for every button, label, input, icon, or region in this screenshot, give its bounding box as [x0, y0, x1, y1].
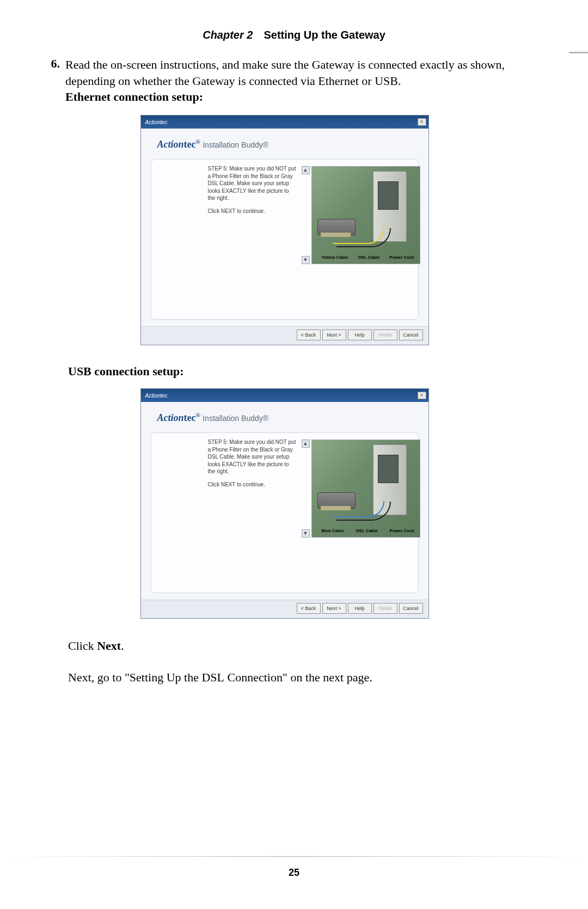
titlebar-text: Actiontec: [143, 119, 168, 125]
brand-logo: Actiontec®: [157, 412, 203, 423]
instruction-text: STEP 5: Make sure you did NOT put a Phon…: [208, 438, 301, 587]
logo-row: Actiontec® Installation Buddy®: [141, 129, 428, 155]
wizard-window-usb: Actiontec × Actiontec® Installation Budd…: [140, 388, 429, 619]
setup-photo-usb: Blue Cable DSL Cable Power Cord: [311, 440, 420, 538]
product-name: Installation Buddy®: [203, 414, 268, 423]
finish-button[interactable]: Finish: [373, 603, 397, 614]
next-button[interactable]: Next >: [322, 330, 346, 340]
usb-screenshot: Actiontec × Actiontec® Installation Budd…: [44, 388, 525, 619]
titlebar: Actiontec ×: [141, 115, 428, 129]
step-text-c: .: [398, 74, 401, 88]
step-6: 6. Read the on-screen instructions, and …: [44, 57, 525, 105]
ethernet-connection-heading: Ethernet connection setup:: [65, 90, 203, 103]
setup-photo-panel: ▲ Blue Cable DSL Cable Power Cord ▼: [303, 438, 414, 587]
click-next-paragraph: Click Next.: [68, 638, 525, 654]
chapter-label: Chapter 2: [203, 29, 253, 41]
help-button[interactable]: Help: [348, 603, 372, 614]
scroll-up-button[interactable]: ▲: [302, 166, 310, 174]
ethernet-screenshot: Actiontec × Actiontec® Installation Budd…: [44, 115, 525, 345]
label-power-cord: Power Cord: [390, 255, 414, 260]
step5-text: STEP 5: Make sure you did NOT put a Phon…: [208, 438, 297, 475]
cable-labels: Blue Cable DSL Cable Power Cord: [322, 529, 414, 534]
panel-left-spacer: [156, 165, 206, 314]
blue-cable-icon: [333, 501, 384, 517]
header-rule: [569, 52, 588, 53]
close-button[interactable]: ×: [418, 118, 426, 126]
brand-tec: tec: [184, 412, 196, 423]
scroll-down-button[interactable]: ▼: [302, 256, 310, 264]
step-text-usb: USB: [375, 74, 398, 88]
brand-reg: ®: [196, 138, 200, 145]
click-next-bold: Next: [97, 639, 121, 652]
wizard-window-ethernet: Actiontec × Actiontec® Installation Budd…: [140, 115, 429, 345]
brand-action: Action: [157, 412, 184, 423]
label-dsl-cable: DSL Cable: [356, 529, 378, 534]
instruction-text: STEP 5: Make sure you did NOT put a Phon…: [208, 165, 301, 314]
panel-left-spacer: [156, 438, 206, 587]
close-button[interactable]: ×: [418, 392, 426, 399]
step-text-a: Read the on-screen instructions, and mak…: [65, 58, 505, 88]
cancel-button[interactable]: Cancel: [399, 603, 423, 614]
next-button[interactable]: Next >: [322, 603, 346, 614]
product-name: Installation Buddy®: [203, 141, 268, 149]
page-content: 6. Read the on-screen instructions, and …: [0, 41, 588, 685]
label-yellow-cable: Yellow Cable: [322, 255, 348, 260]
page-number: 25: [0, 867, 588, 879]
main-panel: STEP 5: Make sure you did NOT put a Phon…: [151, 432, 419, 593]
setup-photo-panel: ▲ Yellow Cable DSL Cable Power Cord ▼: [303, 165, 414, 314]
main-panel: STEP 5: Make sure you did NOT put a Phon…: [151, 159, 419, 320]
label-blue-cable: Blue Cable: [322, 529, 344, 534]
next-go-paragraph: Next, go to "Setting Up the DSL Connecti…: [68, 669, 525, 686]
scroll-up-button[interactable]: ▲: [302, 440, 310, 448]
chapter-title: Setting Up the Gateway: [264, 29, 385, 41]
logo-row: Actiontec® Installation Buddy®: [141, 402, 428, 428]
wizard-buttons: < Back Next > Help Finish Cancel: [141, 600, 428, 618]
brand-logo: Actiontec®: [157, 139, 203, 150]
titlebar-text: Actiontec: [143, 393, 168, 399]
help-button[interactable]: Help: [348, 330, 372, 340]
cancel-button[interactable]: Cancel: [399, 330, 423, 340]
click-next-text: Click NEXT to continue.: [208, 481, 297, 489]
label-power-cord: Power Cord: [390, 529, 414, 534]
usb-connection-heading: USB connection setup:: [68, 364, 525, 379]
chapter-header: Chapter 2 Setting Up the Gateway: [0, 0, 588, 41]
label-dsl-cable: DSL Cable: [358, 255, 380, 260]
brand-reg: ®: [196, 412, 200, 418]
click-next-text: Click NEXT to continue.: [208, 208, 297, 215]
titlebar: Actiontec ×: [141, 389, 428, 402]
finish-button[interactable]: Finish: [373, 330, 397, 340]
step5-text: STEP 5: Make sure you did NOT put a Phon…: [208, 165, 297, 202]
scroll-down-button[interactable]: ▼: [302, 529, 310, 538]
yellow-cable-icon: [333, 228, 384, 244]
step-number: 6.: [44, 57, 60, 105]
setup-photo-ethernet: Yellow Cable DSL Cable Power Cord: [311, 166, 420, 264]
click-next-a: Click: [68, 639, 97, 652]
back-button[interactable]: < Back: [297, 603, 321, 614]
click-next-c: .: [121, 639, 124, 652]
brand-tec: tec: [184, 139, 196, 150]
back-button[interactable]: < Back: [297, 330, 321, 340]
footer-divider: [0, 856, 588, 857]
cable-labels: Yellow Cable DSL Cable Power Cord: [322, 255, 414, 260]
wizard-buttons: < Back Next > Help Finish Cancel: [141, 326, 428, 345]
step-text: Read the on-screen instructions, and mak…: [65, 57, 525, 105]
brand-action: Action: [157, 139, 184, 150]
